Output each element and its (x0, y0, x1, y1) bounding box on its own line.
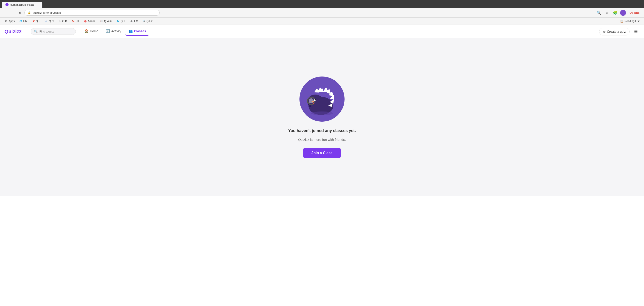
nav-links: 🏠 Home 🔄 Activity 👥 Classes (81, 27, 149, 36)
app-wrapper: Quizizz 🔍 🏠 Home 🔄 Activity 👥 Classes (0, 25, 644, 306)
bookmark-qhc[interactable]: 🔍 Q HC (141, 19, 155, 23)
profile-avatar[interactable] (620, 10, 626, 16)
qf-icon: 📌 (32, 20, 35, 23)
nav-link-classes[interactable]: 👥 Classes (125, 27, 149, 36)
qt-label: Q T (121, 20, 125, 23)
quizizz-nav: Quizizz 🔍 🏠 Home 🔄 Activity 👥 Classes (0, 25, 644, 38)
bookmark-tc[interactable]: ➕ T C (128, 19, 140, 23)
classes-icon: 👥 (128, 29, 133, 33)
apps-icon: ⊞ (4, 20, 8, 23)
tc-label: T C (134, 20, 138, 23)
search-box[interactable]: 🔍 (31, 28, 76, 35)
svg-marker-3 (323, 87, 328, 92)
main-content: You haven't joined any classes yet. Quiz… (0, 38, 644, 196)
qt-icon: 🐦 (116, 20, 120, 23)
reload-button[interactable]: ↻ (17, 10, 22, 16)
nav-link-activity[interactable]: 🔄 Activity (102, 27, 124, 36)
browser-chrome: quizizz.com/join/class ← → ↻ 🔒 quizizz.c… (0, 0, 644, 25)
ht-icon: 🔖 (72, 20, 75, 23)
bookmark-hr[interactable]: 🌐 HR (17, 19, 29, 23)
tab-title: quizizz.com/join/class (10, 4, 34, 6)
bookmark-ht[interactable]: 🔖 HT (70, 19, 81, 23)
extensions-button[interactable]: 🧩 (612, 10, 618, 16)
quizizz-logo[interactable]: Quizizz (4, 29, 22, 35)
svg-point-13 (309, 98, 314, 103)
search-input[interactable] (40, 30, 72, 33)
bookmark-star-button[interactable]: ☆ (604, 10, 610, 16)
ht-label: HT (76, 20, 79, 23)
url-text: quizizz.com/join/class (33, 11, 61, 15)
tab-favicon (6, 3, 8, 6)
bookmark-qf[interactable]: 📌 Q F (30, 19, 42, 23)
active-tab[interactable]: quizizz.com/join/class (2, 2, 42, 8)
qhc-label: Q HC (146, 20, 153, 23)
update-button[interactable]: Update (628, 11, 641, 15)
search-icon: 🔍 (34, 30, 38, 33)
bookmarks-bar: ⊞ Apps 🌐 HR 📌 Q F 🗂 Q C △ G D 🔖 HT ⬤ Asa… (0, 18, 644, 25)
activity-label: Activity (111, 29, 121, 33)
asana-label: Asana (88, 20, 96, 23)
nav-link-home[interactable]: 🏠 Home (81, 27, 102, 36)
create-quiz-label: Create a quiz (607, 30, 626, 33)
empty-state-subtitle: Quizizz is more fun with friends. (298, 138, 346, 142)
hedgehog-svg (302, 80, 342, 118)
back-button[interactable]: ← (3, 10, 8, 16)
bookmark-qwiki[interactable]: 📖 Q Wiki (98, 19, 114, 23)
nav-right: ⊕ Create a quiz ☰ (599, 28, 640, 36)
create-quiz-button[interactable]: ⊕ Create a quiz (599, 28, 630, 36)
classes-label: Classes (134, 29, 146, 33)
hr-icon: 🌐 (19, 20, 22, 23)
reading-list-label: Reading List (624, 20, 640, 23)
gd-label: G D (62, 20, 67, 23)
bookmark-apps[interactable]: ⊞ Apps (3, 19, 16, 23)
svg-point-16 (312, 101, 314, 102)
address-bar[interactable]: 🔒 quizizz.com/join/class (24, 10, 160, 16)
lock-icon: 🔒 (28, 11, 31, 14)
mascot-illustration (300, 77, 344, 122)
gd-icon: △ (58, 20, 61, 23)
activity-icon: 🔄 (106, 29, 110, 33)
qwiki-icon: 📖 (100, 20, 103, 23)
qwiki-label: Q Wiki (104, 20, 112, 23)
bookmark-qc[interactable]: 🗂 Q C (43, 19, 56, 23)
reading-list-button[interactable]: 📋 Reading List (618, 19, 641, 23)
forward-button[interactable]: → (10, 10, 15, 16)
home-icon: 🏠 (84, 29, 88, 33)
hr-label: HR (23, 20, 27, 23)
bookmark-gd[interactable]: △ G D (56, 19, 69, 23)
qhc-icon: 🔍 (142, 20, 146, 23)
hamburger-menu-button[interactable]: ☰ (632, 28, 640, 35)
empty-state: You haven't joined any classes yet. Quiz… (288, 77, 356, 158)
tab-bar: quizizz.com/join/class (0, 0, 644, 8)
qf-label: Q F (36, 20, 40, 23)
tc-icon: ➕ (130, 20, 133, 23)
qc-label: Q C (49, 20, 54, 23)
search-icon-button[interactable]: 🔍 (596, 10, 602, 16)
svg-point-15 (314, 99, 316, 100)
reading-list-icon: 📋 (620, 20, 624, 23)
home-label: Home (90, 29, 98, 33)
toolbar-right: 🔍 ☆ 🧩 Update (596, 10, 641, 16)
bookmark-qt[interactable]: 🐦 Q T (115, 19, 127, 23)
logo-text: Quizizz (4, 29, 22, 35)
join-class-button[interactable]: Join a Class (303, 148, 340, 158)
svg-point-17 (311, 112, 333, 115)
browser-toolbar: ← → ↻ 🔒 quizizz.com/join/class 🔍 ☆ 🧩 Upd… (0, 8, 644, 18)
qc-icon: 🗂 (45, 20, 48, 23)
apps-label: Apps (8, 20, 15, 23)
create-quiz-plus-icon: ⊕ (603, 30, 606, 33)
bookmark-asana[interactable]: ⬤ Asana (82, 19, 97, 23)
empty-state-title: You haven't joined any classes yet. (288, 128, 356, 133)
asana-icon: ⬤ (84, 20, 87, 23)
